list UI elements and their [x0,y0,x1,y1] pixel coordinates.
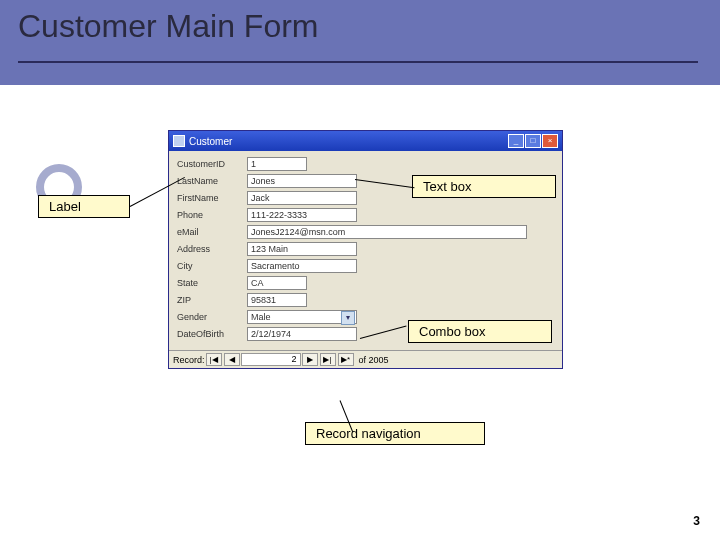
field-label: Address [177,244,247,254]
minimize-button[interactable]: _ [508,134,524,148]
callout-label: Label [38,195,130,218]
callout-combo: Combo box [408,320,552,343]
page-number: 3 [693,514,700,528]
field-label: Phone [177,210,247,220]
nav-first-button[interactable]: |◀ [206,353,222,366]
window-buttons: _ □ × [508,134,558,148]
slide-title: Customer Main Form [18,8,319,45]
window-titlebar: Customer _ □ × [169,131,562,151]
nav-next-button[interactable]: ▶ [302,353,318,366]
close-button[interactable]: × [542,134,558,148]
record-navigation: Record: |◀ ◀ 2 ▶ ▶| ▶* of 2005 [169,350,562,368]
field-label: ZIP [177,295,247,305]
field-textbox[interactable]: Sacramento [247,259,357,273]
field-label: CustomerID [177,159,247,169]
callout-textbox: Text box [412,175,556,198]
field-textbox[interactable]: Jack [247,191,357,205]
field-label: eMail [177,227,247,237]
nav-prev-button[interactable]: ◀ [224,353,240,366]
field-textbox[interactable]: CA [247,276,307,290]
field-textbox[interactable]: 1 [247,157,307,171]
form-row: CitySacramento [177,259,554,273]
form-row: StateCA [177,276,554,290]
field-label: City [177,261,247,271]
field-textbox[interactable]: 2/12/1974 [247,327,357,341]
nav-total: of 2005 [359,355,389,365]
nav-last-button[interactable]: ▶| [320,353,336,366]
field-label: DateOfBirth [177,329,247,339]
form-row: ZIP95831 [177,293,554,307]
form-row: Address123 Main [177,242,554,256]
field-textbox[interactable]: JonesJ2124@msn.com [247,225,527,239]
title-underline [18,61,698,63]
window-icon [173,135,185,147]
field-textbox[interactable]: 95831 [247,293,307,307]
field-label: Gender [177,312,247,322]
nav-current-field[interactable]: 2 [241,353,301,366]
form-row: Phone111-222-3333 [177,208,554,222]
maximize-button[interactable]: □ [525,134,541,148]
field-textbox[interactable]: 123 Main [247,242,357,256]
field-combo[interactable]: Male [247,310,357,324]
form-row: eMailJonesJ2124@msn.com [177,225,554,239]
record-label: Record: [173,355,205,365]
nav-new-button[interactable]: ▶* [338,353,354,366]
field-label: State [177,278,247,288]
field-textbox[interactable]: Jones [247,174,357,188]
field-textbox[interactable]: 111-222-3333 [247,208,357,222]
callout-recnav: Record navigation [305,422,485,445]
field-label: LastName [177,176,247,186]
window-title: Customer [189,136,508,147]
form-row: CustomerID1 [177,157,554,171]
slide-title-bar: Customer Main Form [0,0,720,85]
field-label: FirstName [177,193,247,203]
